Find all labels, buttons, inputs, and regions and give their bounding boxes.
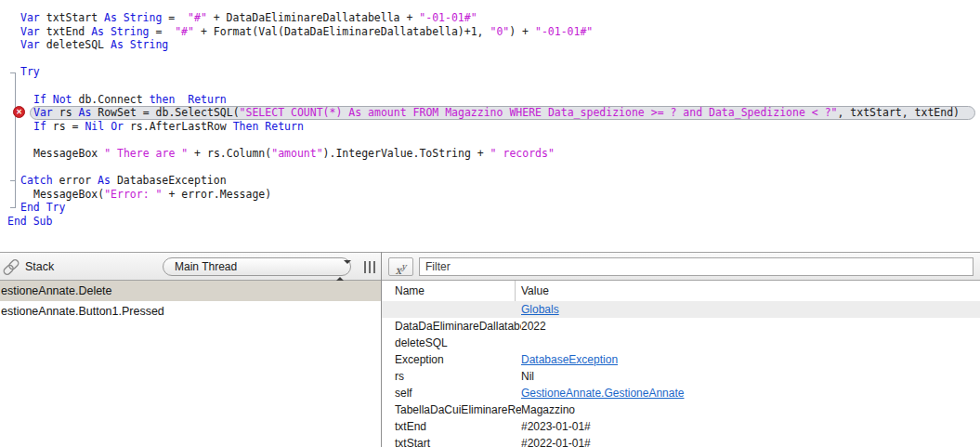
code-line: MessageBox("Error: " + error.Message): [0, 188, 980, 202]
code-token: ).IntegerValue.ToString +: [323, 147, 490, 160]
panel-grip-icon[interactable]: [364, 261, 375, 273]
code-token: "SELECT COUNT(*) As amount FROM Magazzin…: [240, 106, 838, 119]
variable-row[interactable]: selfGestioneAnnate.GestioneAnnate: [382, 385, 980, 401]
inspector-header-bar: xy: [382, 252, 980, 281]
code-token: Nil: [85, 120, 104, 133]
code-line: Var txtStart As String = "#" + DataDaEli…: [0, 11, 980, 25]
code-token: Then: [233, 120, 259, 133]
variable-row[interactable]: deleteSQL: [382, 335, 980, 351]
variable-row[interactable]: TabellaDaCuiEliminareRecor...Magazzino: [382, 401, 980, 418]
code-token: As String: [104, 11, 162, 24]
code-token: + rs.Column(: [188, 147, 271, 160]
code-token: "Error: ": [104, 188, 162, 201]
variable-row[interactable]: ExceptionDatabaseException: [382, 351, 980, 368]
variable-name: TabellaDaCuiEliminareRecor...: [382, 401, 521, 418]
code-token: error: [53, 174, 98, 187]
code-token: then: [150, 93, 176, 106]
variable-name: [382, 301, 521, 318]
code-token: rs.AfterLastRow: [124, 120, 233, 133]
code-line-text: Var txtStart As String = "#" + DataDaEli…: [0, 11, 980, 25]
code-line: ✕Var rs As RowSet = db.SelectSQL("SELECT…: [0, 106, 980, 120]
variable-value-link[interactable]: DatabaseException: [521, 351, 980, 368]
code-token: Try: [20, 65, 40, 78]
code-token: MessageBox(: [33, 188, 104, 201]
variable-value: #2023-01-01#: [521, 418, 980, 435]
code-token: If: [33, 120, 46, 133]
variable-row[interactable]: rsNil: [382, 368, 980, 385]
code-token: As String: [111, 38, 168, 51]
stack-rows: estioneAnnate.DeleteestioneAnnate.Button…: [0, 281, 381, 322]
stack-row[interactable]: estioneAnnate.Button1.Pressed: [0, 301, 381, 322]
variable-name: deleteSQL: [382, 335, 521, 351]
code-token: MessageBox: [33, 147, 104, 160]
column-divider[interactable]: [515, 281, 516, 301]
variable-value: Magazzino: [521, 401, 980, 418]
code-token: txtStart: [40, 11, 104, 24]
code-token: + error.Message): [162, 188, 271, 201]
variable-name: self: [382, 385, 521, 401]
code-line: MessageBox " There are " + rs.Column("am…: [0, 147, 980, 161]
xojo-debugger-window: Var txtStart As String = "#" + DataDaEli…: [0, 0, 980, 447]
code-token: deleteSQL: [40, 38, 111, 51]
variable-row[interactable]: DataDaEliminareDallatabella2022: [382, 318, 980, 335]
variables-table-header: Name Value: [382, 281, 980, 302]
code-line-text: End Sub: [0, 215, 980, 229]
code-token: rs: [53, 106, 79, 119]
code-lines: Var txtStart As String = "#" + DataDaEli…: [0, 11, 980, 229]
filter-input[interactable]: [419, 257, 973, 276]
column-header-value[interactable]: Value: [521, 281, 549, 301]
variable-name: rs: [382, 368, 521, 385]
code-line: End Sub: [0, 215, 980, 229]
code-token: Catch: [20, 174, 53, 187]
code-token: "amount": [271, 147, 322, 160]
stack-panel-title: Stack: [25, 260, 54, 273]
code-editor[interactable]: Var txtStart As String = "#" + DataDaEli…: [0, 0, 980, 252]
stack-panel: Stack Main Thread estioneAnnate.Deletees…: [0, 252, 381, 447]
code-line-text: End Try: [0, 201, 980, 215]
code-token: As: [98, 174, 111, 187]
stack-chain-icon: [2, 258, 20, 280]
code-token: =: [162, 11, 188, 24]
dropdown-updown-icon: [336, 262, 344, 279]
code-line-text: MessageBox("Error: " + error.Message): [0, 188, 980, 202]
code-token: [175, 93, 188, 106]
debugger-panels: Stack Main Thread estioneAnnate.Deletees…: [0, 252, 980, 447]
code-line-text: Var txtEnd As String = "#" + Format(Val(…: [0, 25, 980, 39]
code-token: " There are ": [104, 147, 188, 160]
expression-xy-button[interactable]: xy: [388, 257, 413, 276]
code-token: If Not: [33, 93, 72, 106]
stack-row[interactable]: estioneAnnate.Delete: [0, 281, 381, 301]
code-line: [0, 133, 980, 147]
panel-divider[interactable]: [381, 252, 382, 447]
thread-dropdown[interactable]: Main Thread: [163, 257, 351, 276]
variable-row[interactable]: Globals: [382, 301, 980, 318]
variable-name: txtStart: [382, 435, 521, 447]
code-line: Var txtEnd As String = "#" + Format(Val(…: [0, 25, 980, 39]
code-line-text: MessageBox " There are " + rs.Column("am…: [0, 147, 980, 161]
variable-value-link[interactable]: GestioneAnnate.GestioneAnnate: [521, 385, 980, 401]
thread-dropdown-value: Main Thread: [175, 260, 237, 273]
code-line: If Not db.Connect then Return: [0, 93, 980, 107]
code-line: [0, 52, 980, 66]
code-token: End Sub: [7, 215, 52, 228]
column-header-name[interactable]: Name: [395, 281, 425, 301]
code-token: RowSet = db.SelectSQL(: [91, 106, 239, 119]
code-token: Var: [20, 11, 40, 24]
code-token: "#": [175, 25, 194, 38]
variable-value: 2022: [521, 318, 980, 335]
variable-row[interactable]: txtEnd#2023-01-01#: [382, 418, 980, 435]
code-line-text: Try: [0, 65, 980, 79]
code-token: Var: [33, 106, 53, 119]
code-line: Var deleteSQL As String: [0, 38, 980, 52]
stack-header-bar: Stack Main Thread: [0, 252, 381, 281]
code-token: Return: [265, 120, 304, 133]
variable-row[interactable]: txtStart#2022-01-01#: [382, 435, 980, 447]
code-token: Return: [188, 93, 227, 106]
code-line-text: Var deleteSQL As String: [0, 38, 980, 52]
code-token: + Format(Val(DataDaEliminareDallatabella…: [194, 25, 490, 38]
code-token: DatabaseException: [111, 174, 227, 187]
code-token: "0": [490, 25, 509, 38]
code-line: End Try: [0, 201, 980, 215]
variables-panel: xy Name Value GlobalsDataDaEliminareDall…: [382, 252, 980, 447]
variable-value-link[interactable]: Globals: [521, 301, 980, 318]
